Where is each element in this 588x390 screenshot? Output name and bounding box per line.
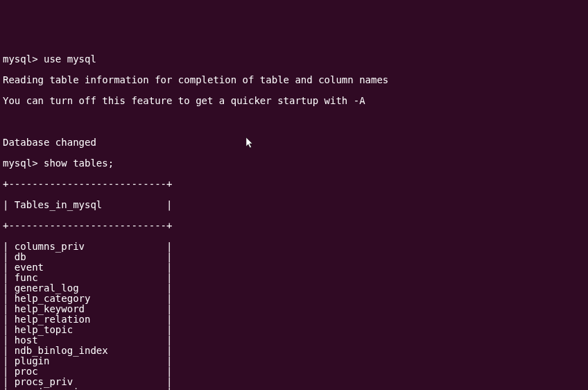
table-row: | plugin |	[3, 356, 585, 366]
msg-reading: Reading table information for completion…	[3, 75, 585, 85]
table-body: | columns_priv || db || event || func ||…	[3, 241, 585, 390]
table-row: | help_topic |	[3, 325, 585, 335]
command-2: show tables;	[44, 158, 114, 169]
table-row: | event |	[3, 262, 585, 273]
prompt: mysql>	[3, 158, 38, 169]
table-border-mid: +---------------------------+	[3, 221, 585, 231]
table-row: | func |	[3, 273, 585, 283]
prompt: mysql>	[3, 53, 38, 65]
table-row: | ndb_binlog_index |	[3, 346, 585, 356]
msg-changed: Database changed	[3, 137, 585, 148]
table-row: | help_keyword |	[3, 304, 585, 314]
msg-turnoff: You can turn off this feature to get a q…	[3, 96, 585, 106]
prompt-line-2: mysql> show tables;	[3, 158, 585, 169]
table-row: | general_log |	[3, 283, 585, 294]
table-row: | proxies_priv |	[3, 387, 585, 390]
terminal-output[interactable]: mysql> use mysql Reading table informati…	[3, 44, 585, 390]
table-row: | help_category |	[3, 294, 585, 304]
table-row: | columns_priv |	[3, 241, 585, 252]
table-row: | procs_priv |	[3, 377, 585, 387]
table-header-row: | Tables_in_mysql |	[3, 200, 585, 210]
table-border-top: +---------------------------+	[3, 179, 585, 189]
table-row: | db |	[3, 252, 585, 262]
blank-line	[3, 117, 585, 127]
table-row: | proc |	[3, 366, 585, 377]
table-row: | host |	[3, 335, 585, 346]
command-1: use mysql	[44, 53, 96, 65]
table-row: | help_relation |	[3, 314, 585, 325]
prompt-line-1: mysql> use mysql	[3, 54, 585, 65]
